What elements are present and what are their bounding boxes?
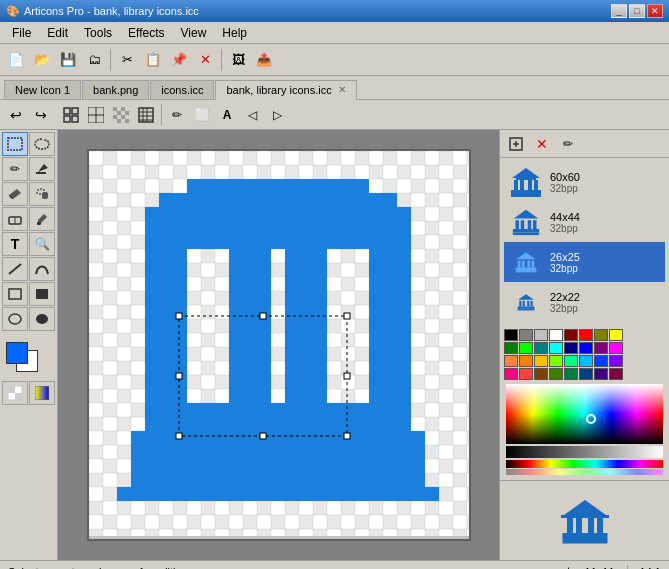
checker-toggle[interactable] bbox=[109, 103, 133, 127]
curve-tool[interactable] bbox=[29, 257, 55, 281]
palette-cell[interactable] bbox=[549, 329, 563, 341]
paste-button[interactable]: 📌 bbox=[167, 48, 191, 72]
rect-fill-tool[interactable] bbox=[29, 282, 55, 306]
palette-cell[interactable] bbox=[519, 329, 533, 341]
zoom-tool[interactable]: 🔍 bbox=[29, 232, 55, 256]
palette-cell[interactable] bbox=[534, 329, 548, 341]
tab-new-icon[interactable]: New Icon 1 bbox=[4, 80, 81, 99]
export-button[interactable]: 📤 bbox=[252, 48, 276, 72]
hue-bar[interactable] bbox=[506, 460, 663, 468]
menu-file[interactable]: File bbox=[4, 24, 39, 42]
tab-bank-library[interactable]: bank, library icons.icc ✕ bbox=[215, 80, 356, 100]
ellipse-fill-tool[interactable] bbox=[29, 307, 55, 331]
select-rect-tool[interactable] bbox=[2, 132, 28, 156]
eyedropper-tool[interactable] bbox=[29, 207, 55, 231]
text-tool-left[interactable]: T bbox=[2, 232, 28, 256]
palette-cell[interactable] bbox=[609, 342, 623, 354]
edit-icon-button[interactable]: ✏ bbox=[556, 132, 580, 156]
redo-button[interactable]: ↪ bbox=[29, 103, 53, 127]
palette-cell[interactable] bbox=[594, 355, 608, 367]
new-button[interactable]: 📄 bbox=[4, 48, 28, 72]
fill-tool[interactable] bbox=[29, 157, 55, 181]
close-button[interactable]: ✕ bbox=[647, 4, 663, 18]
pixel-canvas[interactable] bbox=[89, 151, 469, 536]
menu-edit[interactable]: Edit bbox=[39, 24, 76, 42]
table-toggle[interactable] bbox=[134, 103, 158, 127]
import-button[interactable]: 🖼 bbox=[226, 48, 250, 72]
palette-cell[interactable] bbox=[549, 368, 563, 380]
text-tool[interactable]: A bbox=[215, 103, 239, 127]
foreground-color[interactable] bbox=[6, 342, 28, 364]
palette-cell[interactable] bbox=[504, 342, 518, 354]
color-picker-canvas[interactable] bbox=[506, 384, 663, 444]
select-lasso-tool[interactable] bbox=[29, 132, 55, 156]
icon-entry-44[interactable]: 44x44 32bpp bbox=[504, 202, 665, 242]
hue-bar-2[interactable] bbox=[506, 469, 663, 475]
palette-cell[interactable] bbox=[609, 368, 623, 380]
eraser-tool-left[interactable] bbox=[2, 207, 28, 231]
palette-cell[interactable] bbox=[534, 368, 548, 380]
icon-entry-26[interactable]: 26x25 32bpp bbox=[504, 242, 665, 282]
transform-right[interactable]: ▷ bbox=[265, 103, 289, 127]
canvas-area[interactable] bbox=[58, 130, 499, 560]
palette-cell[interactable] bbox=[504, 368, 518, 380]
open-button[interactable]: 📂 bbox=[30, 48, 54, 72]
titlebar-controls[interactable]: _ □ ✕ bbox=[611, 4, 663, 18]
palette-cell[interactable] bbox=[594, 368, 608, 380]
palette-cell[interactable] bbox=[534, 342, 548, 354]
line-tool[interactable] bbox=[2, 257, 28, 281]
palette-cell[interactable] bbox=[564, 342, 578, 354]
tab-close-icon[interactable]: ✕ bbox=[338, 84, 346, 95]
palette-cell[interactable] bbox=[549, 342, 563, 354]
tab-icons-icc[interactable]: icons.icc bbox=[150, 80, 214, 99]
save-button[interactable]: 💾 bbox=[56, 48, 80, 72]
grayscale-bar[interactable] bbox=[506, 446, 663, 458]
cut-button[interactable]: ✂ bbox=[115, 48, 139, 72]
grid-toggle[interactable] bbox=[59, 103, 83, 127]
palette-cell[interactable] bbox=[519, 368, 533, 380]
palette-cell[interactable] bbox=[579, 355, 593, 367]
menu-view[interactable]: View bbox=[173, 24, 215, 42]
menu-effects[interactable]: Effects bbox=[120, 24, 172, 42]
palette-cell[interactable] bbox=[579, 368, 593, 380]
save-all-button[interactable]: 🗂 bbox=[82, 48, 106, 72]
palette-cell[interactable] bbox=[594, 342, 608, 354]
tab-bank-png[interactable]: bank.png bbox=[82, 80, 149, 99]
grid2-toggle[interactable] bbox=[84, 103, 108, 127]
icon-entry-22[interactable]: 22x22 32bpp bbox=[504, 282, 665, 322]
palette-cell[interactable] bbox=[549, 355, 563, 367]
palette-cell[interactable] bbox=[504, 355, 518, 367]
palette-cell[interactable] bbox=[564, 355, 578, 367]
brush-tool[interactable] bbox=[2, 182, 28, 206]
copy-button[interactable]: 📋 bbox=[141, 48, 165, 72]
pencil-tool[interactable]: ✏ bbox=[165, 103, 189, 127]
transparent-tool[interactable] bbox=[2, 381, 28, 405]
undo-button[interactable]: ↩ bbox=[4, 103, 28, 127]
palette-cell[interactable] bbox=[519, 355, 533, 367]
rect-outline-tool[interactable] bbox=[2, 282, 28, 306]
minimize-button[interactable]: _ bbox=[611, 4, 627, 18]
ellipse-outline-tool[interactable] bbox=[2, 307, 28, 331]
menu-tools[interactable]: Tools bbox=[76, 24, 120, 42]
palette-cell[interactable] bbox=[594, 329, 608, 341]
palette-cell[interactable] bbox=[564, 368, 578, 380]
palette-cell[interactable] bbox=[534, 355, 548, 367]
palette-cell[interactable] bbox=[519, 342, 533, 354]
pencil-tool-left[interactable]: ✏ bbox=[2, 157, 28, 181]
palette-cell[interactable] bbox=[609, 355, 623, 367]
palette-cell[interactable] bbox=[504, 329, 518, 341]
menu-help[interactable]: Help bbox=[214, 24, 255, 42]
maximize-button[interactable]: □ bbox=[629, 4, 645, 18]
gradient-tool[interactable] bbox=[29, 381, 55, 405]
palette-cell[interactable] bbox=[609, 329, 623, 341]
palette-cell[interactable] bbox=[579, 342, 593, 354]
delete-icon-button[interactable]: ✕ bbox=[530, 132, 554, 156]
icon-entry-60[interactable]: 60x60 32bpp bbox=[504, 162, 665, 202]
eraser-tool[interactable]: ⬜ bbox=[190, 103, 214, 127]
gradient-picker[interactable] bbox=[506, 384, 663, 444]
spray-tool[interactable] bbox=[29, 182, 55, 206]
transform-left[interactable]: ◁ bbox=[240, 103, 264, 127]
new-icon-button[interactable] bbox=[504, 132, 528, 156]
palette-cell[interactable] bbox=[564, 329, 578, 341]
palette-cell[interactable] bbox=[579, 329, 593, 341]
